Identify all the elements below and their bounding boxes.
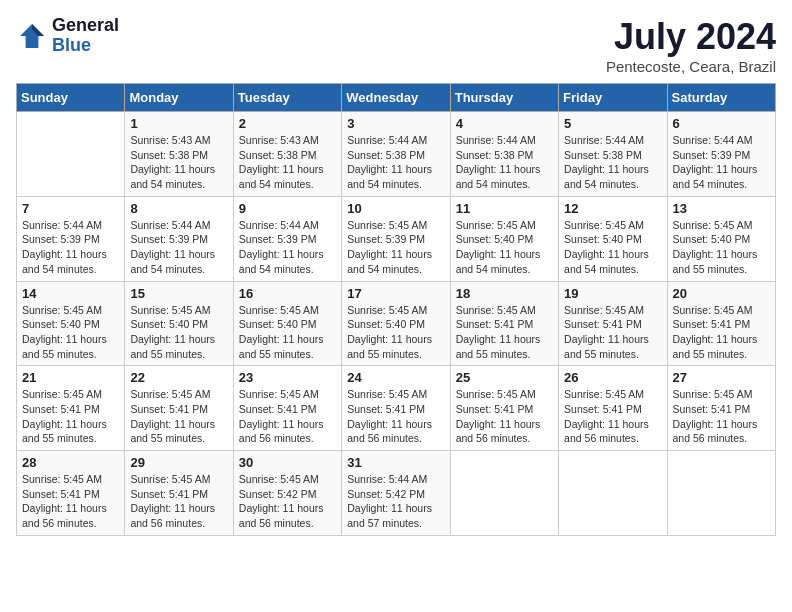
main-title: July 2024 (606, 16, 776, 58)
day-header-monday: Monday (125, 84, 233, 112)
day-number: 18 (456, 286, 553, 301)
day-info: Sunrise: 5:45 AMSunset: 5:41 PMDaylight:… (22, 387, 119, 446)
logo: General Blue (16, 16, 119, 56)
calendar-cell: 10Sunrise: 5:45 AMSunset: 5:39 PMDayligh… (342, 196, 450, 281)
calendar-cell (450, 451, 558, 536)
day-info: Sunrise: 5:45 AMSunset: 5:40 PMDaylight:… (564, 218, 661, 277)
day-header-wednesday: Wednesday (342, 84, 450, 112)
week-row-1: 1Sunrise: 5:43 AMSunset: 5:38 PMDaylight… (17, 112, 776, 197)
calendar-cell: 4Sunrise: 5:44 AMSunset: 5:38 PMDaylight… (450, 112, 558, 197)
calendar-cell: 18Sunrise: 5:45 AMSunset: 5:41 PMDayligh… (450, 281, 558, 366)
week-row-3: 14Sunrise: 5:45 AMSunset: 5:40 PMDayligh… (17, 281, 776, 366)
day-number: 17 (347, 286, 444, 301)
calendar-cell: 2Sunrise: 5:43 AMSunset: 5:38 PMDaylight… (233, 112, 341, 197)
day-info: Sunrise: 5:44 AMSunset: 5:42 PMDaylight:… (347, 472, 444, 531)
day-info: Sunrise: 5:45 AMSunset: 5:40 PMDaylight:… (347, 303, 444, 362)
week-row-2: 7Sunrise: 5:44 AMSunset: 5:39 PMDaylight… (17, 196, 776, 281)
day-number: 31 (347, 455, 444, 470)
calendar-cell: 1Sunrise: 5:43 AMSunset: 5:38 PMDaylight… (125, 112, 233, 197)
day-info: Sunrise: 5:45 AMSunset: 5:40 PMDaylight:… (130, 303, 227, 362)
calendar-cell: 27Sunrise: 5:45 AMSunset: 5:41 PMDayligh… (667, 366, 775, 451)
week-row-4: 21Sunrise: 5:45 AMSunset: 5:41 PMDayligh… (17, 366, 776, 451)
day-number: 20 (673, 286, 770, 301)
day-info: Sunrise: 5:45 AMSunset: 5:40 PMDaylight:… (456, 218, 553, 277)
calendar-cell: 22Sunrise: 5:45 AMSunset: 5:41 PMDayligh… (125, 366, 233, 451)
day-info: Sunrise: 5:45 AMSunset: 5:41 PMDaylight:… (564, 303, 661, 362)
day-number: 2 (239, 116, 336, 131)
calendar-cell: 8Sunrise: 5:44 AMSunset: 5:39 PMDaylight… (125, 196, 233, 281)
calendar-cell: 6Sunrise: 5:44 AMSunset: 5:39 PMDaylight… (667, 112, 775, 197)
calendar-cell: 13Sunrise: 5:45 AMSunset: 5:40 PMDayligh… (667, 196, 775, 281)
day-number: 30 (239, 455, 336, 470)
calendar-cell: 11Sunrise: 5:45 AMSunset: 5:40 PMDayligh… (450, 196, 558, 281)
day-info: Sunrise: 5:44 AMSunset: 5:38 PMDaylight:… (347, 133, 444, 192)
day-info: Sunrise: 5:43 AMSunset: 5:38 PMDaylight:… (239, 133, 336, 192)
calendar-cell: 7Sunrise: 5:44 AMSunset: 5:39 PMDaylight… (17, 196, 125, 281)
day-info: Sunrise: 5:44 AMSunset: 5:39 PMDaylight:… (130, 218, 227, 277)
calendar-cell: 19Sunrise: 5:45 AMSunset: 5:41 PMDayligh… (559, 281, 667, 366)
day-number: 21 (22, 370, 119, 385)
calendar-cell: 26Sunrise: 5:45 AMSunset: 5:41 PMDayligh… (559, 366, 667, 451)
day-header-tuesday: Tuesday (233, 84, 341, 112)
calendar-cell: 15Sunrise: 5:45 AMSunset: 5:40 PMDayligh… (125, 281, 233, 366)
day-info: Sunrise: 5:45 AMSunset: 5:41 PMDaylight:… (673, 387, 770, 446)
day-number: 22 (130, 370, 227, 385)
subtitle: Pentecoste, Ceara, Brazil (606, 58, 776, 75)
day-info: Sunrise: 5:43 AMSunset: 5:38 PMDaylight:… (130, 133, 227, 192)
day-number: 3 (347, 116, 444, 131)
logo-icon (16, 20, 48, 52)
header-row: SundayMondayTuesdayWednesdayThursdayFrid… (17, 84, 776, 112)
day-number: 28 (22, 455, 119, 470)
day-info: Sunrise: 5:44 AMSunset: 5:38 PMDaylight:… (456, 133, 553, 192)
day-info: Sunrise: 5:45 AMSunset: 5:42 PMDaylight:… (239, 472, 336, 531)
calendar-cell: 25Sunrise: 5:45 AMSunset: 5:41 PMDayligh… (450, 366, 558, 451)
calendar-cell: 24Sunrise: 5:45 AMSunset: 5:41 PMDayligh… (342, 366, 450, 451)
day-number: 16 (239, 286, 336, 301)
day-number: 29 (130, 455, 227, 470)
day-info: Sunrise: 5:45 AMSunset: 5:41 PMDaylight:… (130, 472, 227, 531)
day-info: Sunrise: 5:45 AMSunset: 5:41 PMDaylight:… (673, 303, 770, 362)
day-number: 12 (564, 201, 661, 216)
day-header-saturday: Saturday (667, 84, 775, 112)
calendar-cell: 23Sunrise: 5:45 AMSunset: 5:41 PMDayligh… (233, 366, 341, 451)
day-info: Sunrise: 5:44 AMSunset: 5:39 PMDaylight:… (673, 133, 770, 192)
day-number: 23 (239, 370, 336, 385)
week-row-5: 28Sunrise: 5:45 AMSunset: 5:41 PMDayligh… (17, 451, 776, 536)
day-header-thursday: Thursday (450, 84, 558, 112)
calendar-cell: 14Sunrise: 5:45 AMSunset: 5:40 PMDayligh… (17, 281, 125, 366)
day-info: Sunrise: 5:45 AMSunset: 5:41 PMDaylight:… (130, 387, 227, 446)
day-info: Sunrise: 5:45 AMSunset: 5:41 PMDaylight:… (22, 472, 119, 531)
day-number: 15 (130, 286, 227, 301)
calendar-cell: 16Sunrise: 5:45 AMSunset: 5:40 PMDayligh… (233, 281, 341, 366)
calendar-cell: 30Sunrise: 5:45 AMSunset: 5:42 PMDayligh… (233, 451, 341, 536)
day-info: Sunrise: 5:44 AMSunset: 5:38 PMDaylight:… (564, 133, 661, 192)
calendar-cell: 12Sunrise: 5:45 AMSunset: 5:40 PMDayligh… (559, 196, 667, 281)
day-header-friday: Friday (559, 84, 667, 112)
calendar-cell: 20Sunrise: 5:45 AMSunset: 5:41 PMDayligh… (667, 281, 775, 366)
day-number: 4 (456, 116, 553, 131)
calendar-cell (559, 451, 667, 536)
day-number: 24 (347, 370, 444, 385)
day-info: Sunrise: 5:45 AMSunset: 5:40 PMDaylight:… (673, 218, 770, 277)
day-info: Sunrise: 5:45 AMSunset: 5:41 PMDaylight:… (347, 387, 444, 446)
day-header-sunday: Sunday (17, 84, 125, 112)
calendar-cell: 17Sunrise: 5:45 AMSunset: 5:40 PMDayligh… (342, 281, 450, 366)
day-info: Sunrise: 5:44 AMSunset: 5:39 PMDaylight:… (22, 218, 119, 277)
day-number: 26 (564, 370, 661, 385)
calendar-cell: 28Sunrise: 5:45 AMSunset: 5:41 PMDayligh… (17, 451, 125, 536)
day-number: 11 (456, 201, 553, 216)
calendar-cell (17, 112, 125, 197)
calendar-cell (667, 451, 775, 536)
calendar-cell: 9Sunrise: 5:44 AMSunset: 5:39 PMDaylight… (233, 196, 341, 281)
day-number: 27 (673, 370, 770, 385)
day-number: 25 (456, 370, 553, 385)
calendar-cell: 21Sunrise: 5:45 AMSunset: 5:41 PMDayligh… (17, 366, 125, 451)
day-number: 8 (130, 201, 227, 216)
title-area: July 2024 Pentecoste, Ceara, Brazil (606, 16, 776, 75)
day-info: Sunrise: 5:45 AMSunset: 5:41 PMDaylight:… (564, 387, 661, 446)
day-number: 19 (564, 286, 661, 301)
day-number: 10 (347, 201, 444, 216)
day-info: Sunrise: 5:45 AMSunset: 5:39 PMDaylight:… (347, 218, 444, 277)
day-number: 9 (239, 201, 336, 216)
day-number: 1 (130, 116, 227, 131)
